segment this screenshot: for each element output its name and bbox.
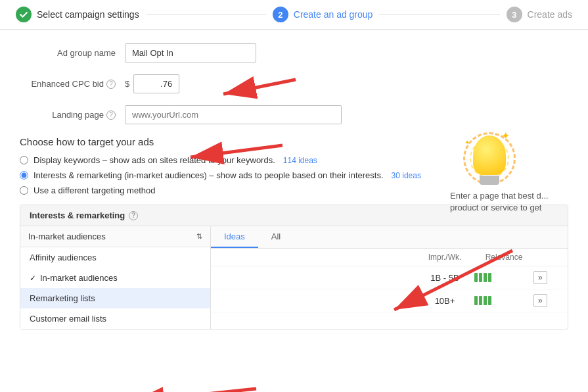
check-mark-icon: ✓ xyxy=(30,274,36,283)
step-2: 2 Create an ad group xyxy=(273,7,373,22)
step-1-label: Select campaign settings xyxy=(37,9,139,20)
targeting-option-2-text: Interests & remarketing (in-market audie… xyxy=(34,170,384,180)
row1-relevance xyxy=(474,273,533,282)
cpc-bid-row: Enhanced CPC bid ? $ xyxy=(20,74,568,93)
bar xyxy=(479,273,482,282)
interests-body: In-market audiences ⇅ Affinity audiences… xyxy=(20,226,568,329)
step-3-circle: 3 xyxy=(507,7,522,22)
add-button-row2[interactable]: » xyxy=(533,294,547,307)
landing-page-help-icon[interactable]: ? xyxy=(106,110,116,120)
targeting-radio-1[interactable] xyxy=(20,156,28,164)
landing-page-row: Landing page ? xyxy=(20,105,568,124)
targeting-radio-2[interactable] xyxy=(20,171,28,180)
dropdown-header[interactable]: In-market audiences ⇅ xyxy=(20,226,210,247)
targeting-radio-3[interactable] xyxy=(20,186,28,195)
relevance-bars-2 xyxy=(474,296,533,305)
sparkle-icon-2: ✦ xyxy=(464,139,470,146)
right-panel: Ideas All Impr./Wk. Relevance 1B - 5B xyxy=(211,226,568,329)
sparkle-icon: ✦ xyxy=(501,130,510,142)
table-row: 10B+ » xyxy=(211,289,568,312)
dropdown-panel: In-market audiences ⇅ Affinity audiences… xyxy=(20,226,211,329)
bulb-container: ✦ ✦ xyxy=(463,132,516,185)
dropdown-item-label: Affinity audiences xyxy=(30,253,97,262)
add-button-row1[interactable]: » xyxy=(533,271,547,284)
row2-relevance xyxy=(474,296,533,305)
ad-group-name-label: Ad group name xyxy=(20,48,125,58)
step-2-circle: 2 xyxy=(273,7,288,22)
connector-1 xyxy=(146,14,266,15)
targeting-option-2-badge: 30 ideas xyxy=(392,171,421,180)
currency-symbol: $ xyxy=(125,79,129,89)
bid-row: $ xyxy=(125,74,179,93)
dropdown-selected-label: In-market audiences xyxy=(28,232,106,241)
dropdown-item-label-email: Customer email lists xyxy=(30,314,106,324)
landing-page-label: Landing page ? xyxy=(20,110,125,120)
cpc-bid-help-icon[interactable]: ? xyxy=(106,80,116,89)
svg-line-4 xyxy=(131,389,256,392)
dropdown-item-affinity[interactable]: Affinity audiences xyxy=(20,247,210,268)
bar xyxy=(484,273,487,282)
col-rel-header: Relevance xyxy=(474,253,533,262)
step-3: 3 Create ads xyxy=(507,7,572,22)
landing-page-input[interactable] xyxy=(125,105,342,124)
bar xyxy=(488,296,491,305)
row1-impr: 1B - 5B xyxy=(415,273,474,283)
col-impr-header: Impr./Wk. xyxy=(415,253,474,262)
bar xyxy=(488,273,491,282)
dropdown-item-label-inmarket: In-market audiences xyxy=(40,273,118,283)
main-content: Ad group name Enhanced CPC bid ? $ Landi… xyxy=(0,30,588,343)
dropdown-item-remarketing[interactable]: Remarketing lists xyxy=(20,288,210,308)
step-3-label: Create ads xyxy=(528,9,572,20)
targeting-option-3-text: Use a different targeting method xyxy=(34,185,156,195)
step-1: Select campaign settings xyxy=(16,7,139,22)
row1-action: » xyxy=(533,271,560,284)
tab-ideas[interactable]: Ideas xyxy=(211,226,258,248)
col-name-header xyxy=(219,253,415,262)
cpc-bid-input[interactable] xyxy=(133,74,179,93)
targeting-option-1-badge: 114 ideas xyxy=(283,156,317,165)
stepper: Select campaign settings 2 Create an ad … xyxy=(0,0,588,30)
interests-header-title: Interests & remarketing xyxy=(30,210,125,220)
dropdown-item-label-remarketing: Remarketing lists xyxy=(30,293,95,303)
relevance-bars-1 xyxy=(474,273,533,282)
table-header: Impr./Wk. Relevance xyxy=(211,249,568,266)
dropdown-arrow-icon: ⇅ xyxy=(196,232,202,241)
bar xyxy=(474,273,478,282)
illustration-text: Enter a page that best d... product or s… xyxy=(450,190,568,214)
targeting-option-1-text: Display keywords – show ads on sites rel… xyxy=(34,155,275,165)
table-row: 1B - 5B » xyxy=(211,266,568,289)
tabs: Ideas All xyxy=(211,226,568,249)
bar xyxy=(484,296,487,305)
step-2-label: Create an ad group xyxy=(294,9,373,20)
interests-remarketing-box: Interests & remarketing ? In-market audi… xyxy=(20,205,568,330)
ad-group-name-row: Ad group name xyxy=(20,43,568,62)
bulb-base xyxy=(480,176,499,185)
row2-impr: 10B+ xyxy=(415,296,474,306)
cpc-bid-label: Enhanced CPC bid ? xyxy=(20,79,125,89)
bar xyxy=(474,296,478,305)
dropdown-item-email[interactable]: Customer email lists xyxy=(20,308,210,329)
bar xyxy=(479,296,482,305)
dropdown-item-inmarket[interactable]: ✓ In-market audiences xyxy=(20,268,210,288)
col-action-header xyxy=(533,253,560,262)
step-1-circle xyxy=(16,7,32,22)
ad-group-name-input[interactable] xyxy=(125,43,256,62)
connector-2 xyxy=(379,14,499,15)
interests-help-icon[interactable]: ? xyxy=(129,211,138,220)
illustration: ✦ ✦ Enter a page that best d... product … xyxy=(450,132,568,214)
row2-action: » xyxy=(533,294,560,307)
tab-all[interactable]: All xyxy=(258,226,294,248)
